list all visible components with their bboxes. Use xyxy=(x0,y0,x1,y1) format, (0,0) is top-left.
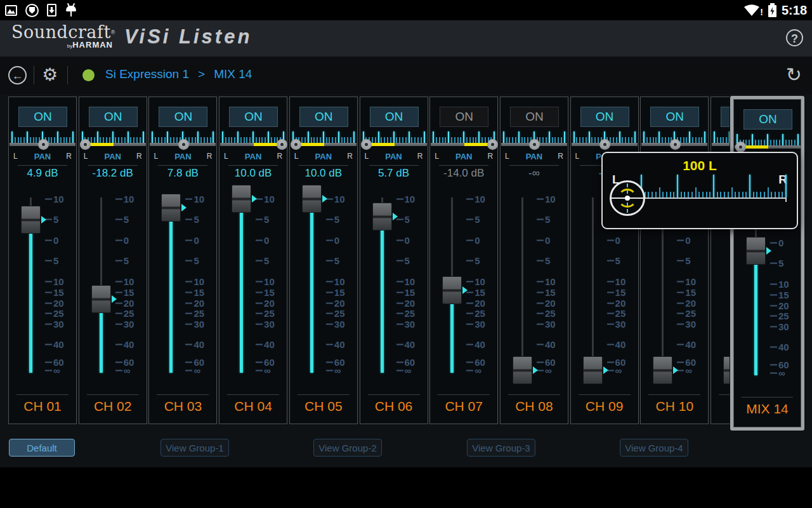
view-group-button[interactable]: View Group-2 xyxy=(313,439,382,457)
fader-scale-mark: 0 xyxy=(185,235,199,246)
fader[interactable]: 1050510152025304060∞ xyxy=(149,97,216,424)
fader-scale-mark: 10 xyxy=(115,276,134,287)
fader-scale-mark: 40 xyxy=(326,339,345,350)
fader[interactable]: 1050510152025304060∞ xyxy=(360,97,428,424)
divider xyxy=(298,394,350,395)
fader-handle[interactable] xyxy=(653,356,672,384)
fader-scale-mark: 40 xyxy=(607,339,626,350)
fader[interactable]: 1050510152025304060∞ xyxy=(711,97,730,424)
divider xyxy=(157,394,209,395)
fader-handle[interactable] xyxy=(746,237,766,265)
channel-strip: ON LPANR 4.9 dB 1050510152025304060∞ CH … xyxy=(8,97,77,424)
fader-scale-mark: 5 xyxy=(256,214,269,225)
fader[interactable]: 1050510152025304060∞ xyxy=(290,97,357,424)
fader[interactable]: 1050510152025304060∞ xyxy=(641,97,708,424)
fader-scale-mark: ∞ xyxy=(256,365,271,376)
fader-handle[interactable] xyxy=(583,356,603,384)
fader[interactable]: 1050510152025304060∞ xyxy=(571,97,638,424)
fader-scale-mark: 15 xyxy=(466,287,485,298)
default-view-button[interactable]: Default xyxy=(9,439,75,457)
fader-handle[interactable] xyxy=(91,285,111,313)
channel-label[interactable]: CH 03 xyxy=(149,399,216,414)
channel-label[interactable]: CH 09 xyxy=(571,399,638,414)
fader-scale-mark: ∞ xyxy=(537,365,552,376)
breadcrumb-device[interactable]: Si Expression 1 xyxy=(105,67,189,81)
fader-scale-mark: 40 xyxy=(185,339,204,350)
channel-strip: ON LPANR 7.8 dB 1050510152025304060∞ CH … xyxy=(148,97,217,424)
divider xyxy=(648,394,700,395)
fader-scale-mark: 25 xyxy=(607,308,626,319)
gear-icon[interactable]: ⚙ xyxy=(42,64,58,86)
fader-scale-mark: 5 xyxy=(115,214,129,225)
fader-scale-mark: 10 xyxy=(607,276,626,287)
fader-track-active xyxy=(240,199,243,373)
channel-label[interactable]: CH 02 xyxy=(79,399,147,414)
fader-scale-mark: ∞ xyxy=(607,365,622,376)
fader-handle[interactable] xyxy=(21,206,41,234)
channel-label[interactable]: CH 05 xyxy=(290,399,357,414)
fader-scale-mark: 15 xyxy=(256,287,275,298)
pan-popup-track xyxy=(625,197,787,199)
fader[interactable]: 1050510152025304060∞ xyxy=(219,97,287,424)
fader-handle[interactable] xyxy=(372,203,392,231)
fader-scale-mark: 5 xyxy=(185,255,199,266)
channel-strip: ON LPANR 10.0 dB 1050510152025304060∞ CH… xyxy=(219,97,287,424)
fader-handle[interactable] xyxy=(302,185,322,213)
fader-scale-mark: ∞ xyxy=(326,365,341,376)
divider xyxy=(508,394,560,395)
fader-handle[interactable] xyxy=(513,356,532,384)
refresh-icon[interactable]: ↻ xyxy=(786,62,802,88)
fader-scale-mark: 5 xyxy=(326,255,339,266)
app-screen: ! 5:18 Soundcraft® byHARMAN ViSi Listen … xyxy=(0,0,812,508)
fader[interactable]: 1050510152025304060∞ xyxy=(430,97,497,424)
divider xyxy=(579,394,631,395)
fader-scale-mark: 20 xyxy=(607,298,626,309)
channel-label[interactable]: CH 04 xyxy=(219,399,287,414)
divider xyxy=(34,66,34,84)
channel-strip: ON LPANR 5.7 dB 1050510152025304060∞ CH … xyxy=(360,97,428,424)
channel-label[interactable]: CH 01 xyxy=(9,399,76,414)
fader[interactable]: 1050510152025304060∞ xyxy=(501,97,568,424)
fader-scale-mark: 30 xyxy=(537,319,556,330)
fader-scale-mark: 15 xyxy=(770,290,789,300)
fader-scale-mark: 5 xyxy=(466,255,480,266)
view-group-button[interactable]: View Group-3 xyxy=(467,439,535,457)
pan-popup-knob[interactable] xyxy=(610,180,645,216)
fader-scale-mark: 5 xyxy=(45,255,58,266)
channel-label[interactable]: CH 10 xyxy=(641,399,708,414)
view-group-button[interactable]: View Group-1 xyxy=(160,439,229,457)
app-bar: Soundcraft® byHARMAN ViSi Listen ? xyxy=(0,20,812,57)
fader-handle[interactable] xyxy=(232,185,251,213)
fader-scale-mark: 40 xyxy=(677,339,696,350)
fader-scale-mark: 20 xyxy=(396,298,416,309)
fader-handle[interactable] xyxy=(723,356,730,384)
channel-label[interactable]: CH 08 xyxy=(501,399,568,414)
fader-scale-mark: 5 xyxy=(185,214,199,225)
pan-popup: 100 L L R xyxy=(601,152,798,229)
fader-handle[interactable] xyxy=(161,194,181,222)
channel-strip: ON LPANR 1050510152025304060∞ xyxy=(710,97,730,424)
battery-charging-icon xyxy=(768,3,776,17)
selected-mix-strip: ON LPANR 1050510152025304060∞ MIX 14 xyxy=(730,96,804,431)
fader-scale-mark: 10 xyxy=(677,276,696,287)
view-group-button[interactable]: View Group-4 xyxy=(620,439,688,457)
fader-scale-mark: 25 xyxy=(256,308,275,319)
fader-scale-mark: 15 xyxy=(396,287,416,298)
fader-scale-mark: 5 xyxy=(45,214,58,225)
channel-label[interactable]: CH 06 xyxy=(360,399,428,414)
fader-scale-mark: 10 xyxy=(185,194,204,204)
fader-scale-mark: 15 xyxy=(607,287,626,298)
back-icon[interactable]: ← xyxy=(8,66,27,84)
channel-label[interactable]: MIX 14 xyxy=(734,401,801,417)
fader[interactable]: 1050510152025304060∞ xyxy=(79,97,147,424)
fader[interactable]: 1050510152025304060∞ xyxy=(9,97,76,424)
fader-scale-mark: 10 xyxy=(396,276,416,287)
help-icon[interactable]: ? xyxy=(786,29,803,46)
fader-scale-mark: 5 xyxy=(537,214,550,225)
fader[interactable]: 1050510152025304060∞ xyxy=(734,100,801,427)
fader-scale-mark: 10 xyxy=(396,194,416,204)
fader-handle[interactable] xyxy=(442,276,462,304)
fader-scale-mark: 15 xyxy=(537,287,556,298)
channel-label[interactable]: CH 07 xyxy=(430,399,497,414)
fader-scale-mark: 5 xyxy=(115,255,129,266)
